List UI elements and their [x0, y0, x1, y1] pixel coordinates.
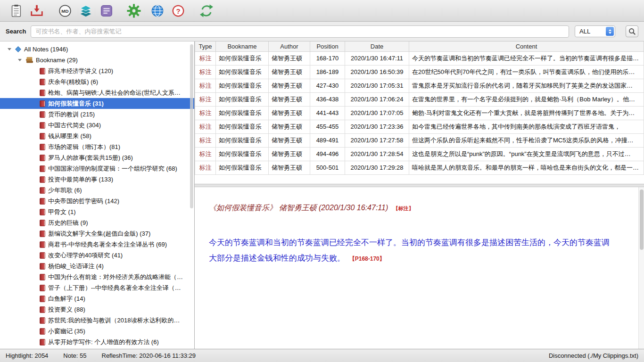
help-button[interactable]: ? — [170, 2, 187, 20]
book-icon — [40, 274, 45, 280]
web-button[interactable] — [149, 2, 166, 20]
detail-scrollbar-track[interactable] — [638, 187, 644, 349]
detail-scrollbar-thumb[interactable] — [640, 189, 644, 250]
filter-dropdown[interactable]: ALL — [575, 25, 615, 37]
search-button[interactable] — [626, 25, 638, 37]
cell-type: 标注 — [195, 79, 216, 92]
table-row[interactable]: 标注如何假装懂音乐储智勇王硕455-4552020/1/30 17:23:36如… — [195, 120, 644, 133]
sidebar-item-book[interactable]: 改变心理学的40项研究 (41) — [0, 250, 194, 261]
table-row[interactable]: 标注如何假装懂音乐储智勇王硕436-4382020/1/30 17:06:24在… — [195, 92, 644, 106]
book-icon — [40, 285, 45, 291]
sidebar-item-label: 投资要义 (88) — [48, 305, 85, 314]
book-stack-icon — [25, 57, 33, 63]
sidebar-item-label: 枪炮、病菌与钢铁:人类社会的命运(世纪人文系… — [48, 89, 181, 97]
cell-author: 储智勇王硕 — [269, 51, 310, 65]
search-bar: Search ALL — [0, 22, 644, 41]
cell-content: 嘻哈就是黑人的朋克音乐。和最早的朋克一样，嘻哈也是来自街头的文化，都是一… — [409, 161, 644, 174]
sidebar-item-book[interactable]: 中国为什么有前途：对外经济关系的战略潜能（… — [0, 272, 194, 282]
table-row[interactable]: 标注如何假装懂音乐储智勇王硕427-4302020/1/30 17:05:31雷… — [195, 79, 644, 92]
book-icon — [40, 296, 45, 302]
cell-position: 427-430 — [310, 79, 345, 92]
sidebar-item-book[interactable]: 中央帝国的哲学密码 (142) — [0, 196, 194, 206]
table-row[interactable]: 标注如何假装懂音乐储智勇王硕494-4962020/1/30 17:28:54这… — [195, 147, 644, 161]
sidebar-item-book[interactable]: 枪炮、病菌与钢铁:人类社会的命运(世纪人文系… — [0, 87, 194, 98]
sidebar-item-book[interactable]: 甲骨文 (1) — [0, 206, 194, 217]
search-input[interactable] — [31, 25, 569, 38]
sidebar-item-book[interactable]: 钱从哪里来 (58) — [0, 131, 194, 141]
tree-disclosure-icon[interactable] — [8, 48, 11, 50]
cell-position: 441-443 — [310, 106, 345, 120]
sidebar-item-book[interactable]: 新编说文解字大全集(超值白金版) (37) — [0, 228, 194, 239]
cell-type: 标注 — [195, 147, 216, 161]
settings-button[interactable] — [125, 2, 142, 20]
cell-position: 500-501 — [310, 161, 345, 174]
sidebar-item-book[interactable]: 如何假装懂音乐 (31) — [0, 98, 194, 109]
book-export-button[interactable] — [98, 2, 115, 20]
sidebar-item-book[interactable]: 白鱼解字 (14) — [0, 293, 194, 304]
note-title-text: 《如何假装懂音乐》 储智勇王硕 (2020/1/30 16:47:11) — [209, 204, 388, 212]
sidebar-item-book[interactable]: 投资中最简单的事 (133) — [0, 174, 194, 185]
note-detail-content: 今天的节奏蓝调和当初的节奏蓝调已经完全不一样了。当初的节奏蓝调有很多是描述困苦生… — [195, 213, 644, 266]
sidebar-item-book[interactable]: 商君书-中华经典名著全本全注全译丛书 (69) — [0, 239, 194, 250]
notes-table: TypeBooknameAuthorPositionDateContent 标注… — [195, 41, 644, 175]
book-icon — [40, 198, 45, 205]
sidebar-item-book[interactable]: 中国国家治理的制度逻辑：一个组织学研究 (68) — [0, 163, 194, 174]
table-row[interactable]: 标注如何假装懂音乐储智勇王硕168-1702020/1/30 16:47:11今… — [195, 51, 644, 65]
cell-author: 储智勇王硕 — [269, 161, 310, 174]
import-button[interactable] — [28, 2, 45, 20]
cell-date: 2020/1/30 17:27:58 — [345, 133, 409, 147]
cell-bookname: 如何假装懂音乐 — [216, 161, 269, 174]
sidebar-item-book[interactable]: 市场的逻辑（增订本）(81) — [0, 141, 194, 152]
sidebar-item-book[interactable]: 管子（上下册）--中华经典名著全本全注全译（… — [0, 282, 194, 293]
sidebar-item-book[interactable]: 苏世民:我的经验与教训（2018读桥水达利欧的… — [0, 315, 194, 326]
sidebar-item-book[interactable]: 少年凯歌 (6) — [0, 185, 194, 196]
dropdown-stepper-icon[interactable] — [606, 27, 614, 36]
table-row[interactable]: 标注如何假装懂音乐储智勇王硕500-5012020/1/30 17:29:28嘻… — [195, 161, 644, 174]
notes-icon — [9, 3, 23, 18]
table-row[interactable]: 标注如何假装懂音乐储智勇王硕489-4912020/1/30 17:27:58但… — [195, 133, 644, 147]
notes-button[interactable] — [8, 2, 25, 20]
note-type-badge: 【标注】 — [393, 206, 414, 211]
table-row[interactable]: 标注如何假装懂音乐储智勇王硕186-1892020/1/30 16:50:39在… — [195, 65, 644, 79]
cell-date: 2020/1/30 16:47:11 — [345, 51, 409, 65]
sidebar-item-book[interactable]: 薛兆丰经济学讲义 (120) — [0, 66, 194, 76]
tree-scrollbar-thumb[interactable] — [190, 44, 193, 208]
sidebar-item-book[interactable]: 庆余年(精校版) (6) — [0, 76, 194, 87]
sidebar-item-book[interactable]: 历史的巨镜 (9) — [0, 217, 194, 228]
sidebar-item-label: 白鱼解字 (14) — [48, 295, 85, 303]
sync-button[interactable] — [198, 2, 215, 20]
sync-icon — [199, 3, 214, 18]
sidebar-item-book[interactable]: 投资要义 (88) — [0, 304, 194, 315]
sidebar-item-label: 薛兆丰经济学讲义 (120) — [48, 67, 113, 75]
sidebar-item-book[interactable]: 货币的教训 (215) — [0, 109, 194, 120]
sidebar-item-label: 中央帝国的哲学密码 (142) — [48, 197, 119, 206]
book-icon — [40, 133, 45, 140]
sidebar-item-label: 管子（上下册）--中华经典名著全本全注全译（… — [48, 284, 181, 292]
sidebar-item-label: 改变心理学的40项研究 (41) — [48, 251, 123, 260]
tree-disclosure-icon[interactable] — [18, 59, 22, 61]
cell-position: 436-438 — [310, 92, 345, 106]
book-icon — [40, 328, 45, 335]
column-header-author[interactable]: Author — [269, 41, 310, 51]
table-row[interactable]: 标注如何假装懂音乐储智勇王硕441-4432020/1/30 17:07:05鲍… — [195, 106, 644, 120]
column-header-type[interactable]: Type — [195, 41, 216, 51]
column-header-date[interactable]: Date — [345, 41, 409, 51]
sidebar-item-book[interactable]: 罗马人的故事(套装共15册) (36) — [0, 152, 194, 163]
sidebar-item-book[interactable]: 小窗幽记 (35) — [0, 326, 194, 337]
sidebar-item-book[interactable]: 从零开始学写作: 个人增值的有效方法 (6) — [0, 337, 194, 347]
cell-author: 储智勇王硕 — [269, 65, 310, 79]
table-header-row: TypeBooknameAuthorPositionDateContent — [195, 41, 644, 51]
markdown-export-button[interactable]: MD — [57, 2, 74, 20]
sidebar-item-bookname[interactable]: Bookname (29) — [0, 55, 194, 66]
layers-export-button[interactable] — [77, 2, 94, 20]
book-icon — [40, 90, 45, 96]
panel-splitter[interactable] — [195, 184, 644, 187]
column-header-content[interactable]: Content — [409, 41, 644, 51]
column-header-bookname[interactable]: Bookname — [216, 41, 269, 51]
sidebar-item-label: 苏世民:我的经验与教训（2018读桥水达利欧的… — [48, 316, 180, 325]
column-header-position[interactable]: Position — [310, 41, 345, 51]
sidebar-item-all-notes[interactable]: All Notes (1946) — [0, 44, 194, 55]
sidebar-item-book[interactable]: 杨伯峻_论语译注 (4) — [0, 261, 194, 272]
sidebar-item-book[interactable]: 中国古代简史 (304) — [0, 120, 194, 131]
status-bar: Hightlight: 2054 Note: 55 RefleshTime: 2… — [0, 349, 644, 362]
